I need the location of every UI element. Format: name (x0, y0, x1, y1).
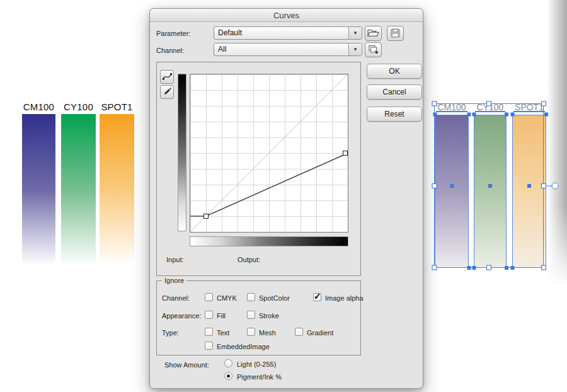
output-gradient-ramp (178, 74, 186, 231)
input-label: Input: (166, 256, 184, 263)
curves-dialog: Curves Parameter: Default ▾ (149, 8, 423, 389)
checkbox-image-alpha[interactable] (313, 293, 321, 301)
curve-anchor-point[interactable] (204, 214, 209, 219)
cancel-button[interactable]: Cancel (367, 84, 422, 100)
curve-tool-button[interactable] (160, 70, 174, 84)
ignore-legend: Ignore (162, 277, 186, 284)
reset-button[interactable]: Reset (367, 107, 422, 122)
curve-anchor-point[interactable] (343, 151, 348, 156)
checkbox-gradient-label: Gradient (307, 329, 333, 337)
dialog-titlebar[interactable]: Curves (150, 9, 423, 22)
checkbox-embedded-image-label: EmbeddedImage (217, 343, 270, 350)
radio-pigment-label: Pigment/Ink % (237, 373, 282, 381)
checkbox-stroke-label: Stroke (259, 312, 279, 320)
checkbox-mesh-label: Mesh (259, 329, 276, 337)
canvas: CM100 CY100 SPOT1 Curves Parameter: Defa… (0, 0, 567, 392)
checkbox-text-label: Text (217, 329, 229, 337)
duplicate-icon (368, 45, 379, 55)
anchor-point-markers[interactable] (433, 113, 549, 270)
chevron-down-icon[interactable]: ▾ (348, 27, 362, 39)
pencil-icon (163, 87, 172, 98)
parameter-label: Parameter: (156, 30, 190, 37)
selection-bounding-box[interactable] (428, 98, 564, 277)
swatch-label-cm100: CM100 (22, 101, 55, 112)
checkbox-spotcolor-label: SpotColor (259, 294, 290, 302)
dialog-title: Curves (273, 11, 299, 20)
channel-value: All (214, 43, 348, 55)
ignore-type-label: Type: (162, 329, 179, 337)
radio-light-label: Light (0-255) (237, 360, 276, 368)
copy-channel-button[interactable] (365, 42, 382, 57)
swatch-label-cy100: CY100 (61, 101, 96, 112)
parameter-value: Default (214, 27, 348, 39)
swatch-bar-spot1[interactable] (100, 114, 134, 265)
floppy-disk-icon (391, 28, 400, 39)
ok-button[interactable]: OK (367, 64, 422, 79)
checkbox-embedded-image[interactable] (205, 342, 213, 350)
checkbox-image-alpha-label: Image alpha (325, 294, 364, 302)
checkbox-stroke[interactable] (247, 311, 255, 319)
show-amount-label: Show Amount: (164, 361, 209, 369)
ignore-channel-label: Channel: (162, 294, 190, 302)
folder-open-icon (367, 28, 379, 38)
channel-dropdown[interactable]: All ▾ (214, 43, 362, 56)
chevron-down-icon[interactable]: ▾ (348, 43, 362, 55)
channel-label: Channel: (156, 47, 184, 54)
checkbox-fill-label: Fill (217, 312, 226, 320)
pencil-tool-button[interactable] (160, 85, 174, 99)
save-parameter-button[interactable] (387, 26, 404, 41)
curve-tool-icon (162, 72, 173, 83)
checkbox-cmyk[interactable] (205, 293, 213, 301)
ignore-appearance-label: Appearance: (162, 312, 201, 320)
radio-light[interactable] (224, 359, 232, 367)
tone-curve-line[interactable] (190, 153, 348, 216)
parameter-dropdown[interactable]: Default ▾ (214, 26, 362, 40)
checkbox-mesh[interactable] (247, 328, 255, 336)
curve-editor-panel: Input: Output: (156, 62, 361, 276)
curve-grid[interactable] (190, 74, 348, 233)
swatch-label-spot1: SPOT1 (100, 101, 134, 112)
checkbox-gradient[interactable] (295, 328, 303, 336)
swatch-bar-cy100[interactable] (61, 114, 96, 265)
input-gradient-ramp (190, 236, 348, 246)
checkbox-cmyk-label: CMYK (217, 294, 237, 302)
load-parameter-button[interactable] (365, 26, 382, 41)
radio-pigment[interactable] (224, 372, 232, 380)
checkbox-text[interactable] (205, 328, 213, 336)
checkbox-spotcolor[interactable] (247, 293, 255, 301)
curve-plot[interactable] (190, 74, 348, 232)
identity-diagonal-line (190, 74, 348, 232)
swatch-bar-cm100[interactable] (22, 114, 55, 265)
ignore-group: Ignore Channel: CMYK SpotColor Image alp… (156, 280, 361, 355)
output-label: Output: (238, 256, 260, 263)
checkbox-fill[interactable] (205, 311, 213, 319)
